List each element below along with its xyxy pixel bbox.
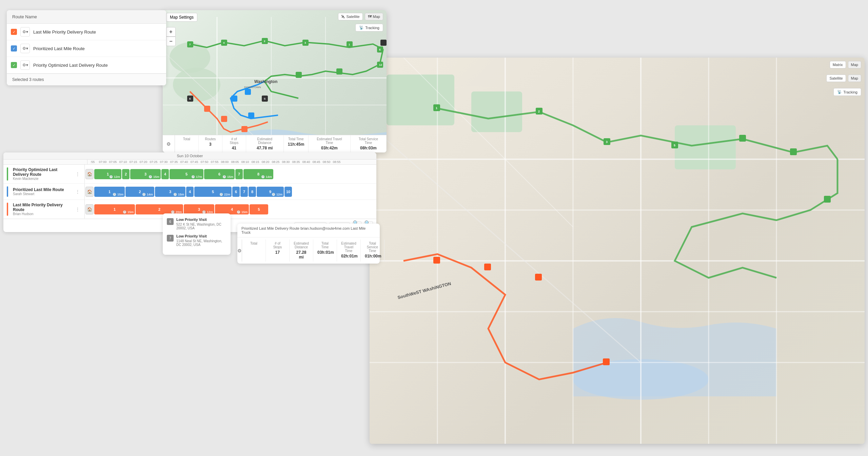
bottom-stats-bar: ⚙ Total # of Stops 17 Estimated Distance…: [237, 237, 380, 264]
stop-block[interactable]: 7: [240, 187, 248, 197]
svg-rect-3: [675, 125, 736, 169]
route-more-btn-1[interactable]: ⋮: [74, 171, 81, 178]
stats-distance: Estimated Distance 47.78 mi: [246, 135, 284, 152]
stop-block[interactable]: 8: [249, 187, 256, 197]
bottom-stats-gear[interactable]: ⚙: [237, 240, 242, 262]
svg-rect-22: [790, 148, 797, 155]
time-label: 07:45: [189, 160, 199, 164]
travel-time-value: 03h:42m: [313, 146, 346, 150]
svg-text:3: 3: [606, 140, 608, 144]
zoom-in-btn[interactable]: +: [166, 27, 176, 37]
stop-name-7: Low Priority Visit: [176, 234, 226, 238]
route-gear-1[interactable]: ⚙▾: [20, 27, 30, 37]
time-label: 07:55: [210, 160, 220, 164]
time-label: 07:40: [179, 160, 189, 164]
route-color-bar-3: [7, 203, 8, 216]
stop-block[interactable]: 1 🕐 15m: [94, 187, 125, 197]
route-checkbox-2[interactable]: ✓: [11, 45, 17, 51]
route-more-btn-3[interactable]: ⋮: [74, 206, 81, 213]
stop-block[interactable]: 2: [122, 169, 130, 179]
route-list-scroll[interactable]: ✓ ⚙▾ Last Mile Priority Delivery Route ✓…: [7, 24, 166, 74]
route-more-btn-2[interactable]: ⋮: [74, 188, 81, 195]
route-gear-3[interactable]: ⚙▾: [20, 60, 30, 70]
stop-block[interactable]: 3 🕐 15m: [130, 169, 161, 179]
right-map-map-btn[interactable]: Map: [848, 61, 861, 68]
svg-text:E: E: [189, 97, 191, 100]
travel-indicator: 🕐 15m: [222, 175, 233, 179]
stop-block[interactable]: 8 🕐 14m: [243, 169, 273, 179]
list-item[interactable]: ✓ ⚙▾ Last Mile Priority Delivery Route: [7, 24, 166, 40]
route-gear-2[interactable]: ⚙▾: [20, 44, 30, 53]
svg-rect-1: [387, 75, 454, 125]
route-person-3: Brian Hudson: [13, 212, 72, 216]
stop-block[interactable]: 3 🕐 12m: [184, 204, 214, 214]
right-tracking-btn[interactable]: 📡 Tracking: [833, 88, 861, 96]
bottom-right-panel: Prioritized Last Mile Delivery Route bri…: [237, 224, 380, 264]
bottom-stats-total: Total: [242, 240, 266, 262]
stop-addr-6: 522 K St NE, Washington, DC 20002, USA: [176, 223, 226, 230]
stop-block[interactable]: 9 🕐 12m: [257, 187, 284, 197]
stop-block[interactable]: 6: [232, 187, 240, 197]
list-item[interactable]: ✓ ⚙▾ Prioritized Last Mile Route: [7, 40, 166, 57]
stop-block[interactable]: 2 🕐 20m: [136, 204, 183, 214]
map-icon: 🗺: [368, 15, 372, 19]
bottom-dist-hdr: Estimated Distance: [294, 242, 309, 249]
list-item[interactable]: ✓ ⚙▾ Priority Optimized Last Delivery Ro…: [7, 57, 166, 74]
stop-block[interactable]: 7: [235, 169, 243, 179]
stats-stops: # of Stops 41: [222, 135, 246, 152]
bottom-stats-dist: Estimated Distance 27.28 mi: [290, 240, 313, 262]
stop-block[interactable]: 3 🕐 15m: [155, 187, 185, 197]
time-label: 08:15: [250, 160, 260, 164]
stop-block[interactable]: 5 🕐 22m: [194, 187, 232, 197]
stats-gear-icon[interactable]: ⚙: [163, 135, 175, 152]
stop-block[interactable]: 1 🕐 12m: [94, 169, 121, 179]
right-satellite-btn[interactable]: Satellite: [826, 75, 846, 82]
svg-line-15: [403, 58, 573, 227]
home-icon-3: 🏠: [85, 204, 94, 214]
stop-addr-7: 1148 Neal St NE, Washington, DC 20002, U…: [176, 239, 226, 247]
service-time-header: Total Service Time: [355, 137, 382, 145]
svg-rect-49: [245, 89, 251, 95]
route-text-3: Last Mile Priority Delivery Route Brian …: [13, 203, 72, 216]
matrix-btn[interactable]: Matrix: [830, 61, 846, 68]
stop-item-7: 7 Low Priority Visit 1148 Neal St NE, Wa…: [167, 234, 226, 247]
svg-text:12: 12: [379, 63, 382, 66]
front-tracking-btn[interactable]: 📡 Tracking: [355, 24, 383, 32]
stop-block[interactable]: 4: [186, 187, 194, 197]
right-map2-btn[interactable]: Map: [848, 75, 861, 82]
stop-block[interactable]: 5: [250, 204, 268, 214]
time-labels-container: :55 07:00 07:05 07:10 07:15 07:20 07:25 …: [87, 160, 376, 164]
front-map-layer: 7 4 2 3 1 E 12 S E Washington DOWNTOWN M…: [163, 10, 387, 152]
route-checkbox-1[interactable]: ✓: [11, 29, 17, 35]
stop-block[interactable]: 1 🕐 15m: [94, 204, 135, 214]
stop-block[interactable]: 10: [284, 187, 292, 197]
time-label: :55: [87, 160, 98, 164]
svg-rect-24: [433, 257, 440, 264]
bottom-time-val: 03h:01m: [317, 250, 333, 255]
time-ruler: :55 07:00 07:05 07:10 07:15 07:20 07:25 …: [3, 160, 376, 165]
route-list-header: Route Name: [7, 10, 166, 24]
stops-header: # of Stops: [226, 137, 242, 145]
map-settings-btn[interactable]: Map Settings: [166, 13, 197, 22]
zoom-out-btn[interactable]: −: [166, 37, 176, 46]
satellite-btn[interactable]: 🛰 Satellite: [338, 13, 362, 20]
travel-indicator: 🕐 22m: [219, 193, 230, 196]
time-label: 07:25: [149, 160, 159, 164]
map-view-btn[interactable]: 🗺 Map: [365, 13, 383, 20]
stop-block[interactable]: 5 🕐 17m: [170, 169, 203, 179]
route-color-bar-2: [7, 186, 8, 197]
stop-block[interactable]: 2 🕐 14m: [125, 187, 154, 197]
stop-block[interactable]: 4: [161, 169, 169, 179]
svg-rect-52: [204, 106, 210, 112]
bottom-travel-val: 02h:01m: [341, 254, 356, 258]
bottom-stats-time: Total Time 03h:01m: [313, 240, 337, 262]
stop-block[interactable]: 4 🕐 15m: [215, 204, 249, 214]
travel-indicator: 🕐 15m: [237, 210, 248, 214]
home-icon-1: 🏠: [85, 169, 94, 179]
svg-text:DOWNTOWN: DOWNTOWN: [244, 86, 261, 89]
front-map-svg: 7 4 2 3 1 E 12 S E Washington DOWNTOWN: [163, 10, 387, 152]
stop-block[interactable]: 6 🕐 15m: [204, 169, 235, 179]
front-tracking-label: Tracking: [365, 26, 379, 30]
time-label: 08:40: [301, 160, 311, 164]
route-checkbox-3[interactable]: ✓: [11, 62, 17, 68]
